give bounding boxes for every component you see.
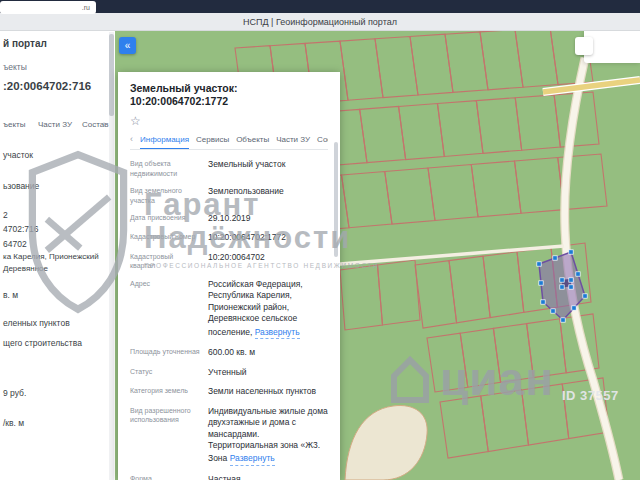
field-label: Статус bbox=[130, 367, 200, 378]
bg-row-4: 4702:716 bbox=[3, 224, 38, 234]
bg-portal-text: й портал bbox=[3, 38, 47, 49]
parcel-title: Земельный участок: 10:20:0064702:1772 bbox=[130, 82, 328, 108]
field-value: Индивидуальные жилые дома двухэтажные и … bbox=[208, 406, 328, 466]
field-label: Площадь уточненная bbox=[130, 347, 200, 358]
field-value: Землепользование bbox=[208, 186, 284, 205]
info-row: Адрес Российская Федерация, Республика К… bbox=[130, 279, 328, 339]
bg-row-12: /кв. м bbox=[3, 418, 24, 428]
field-label: Кадастровый номер bbox=[130, 232, 200, 243]
left-panel-scrollbar-thumb[interactable] bbox=[109, 34, 114, 116]
parcel-info-panel: Земельный участок: 10:20:0064702:1772 ☆ … bbox=[118, 72, 340, 480]
tab-composition[interactable]: Соста bbox=[317, 135, 328, 144]
field-label: Адрес bbox=[130, 279, 200, 339]
tabs-scroll-left-icon[interactable]: ‹ bbox=[130, 134, 133, 144]
tab-objects[interactable]: Объекты bbox=[236, 135, 269, 144]
bg-row-9: еленных пунктов bbox=[3, 318, 70, 328]
collapse-panel-button[interactable]: « bbox=[119, 37, 136, 54]
favorite-star-icon[interactable]: ☆ bbox=[130, 115, 328, 127]
field-value: Частная bbox=[208, 474, 241, 480]
expand-land-use-link[interactable]: Развернуть bbox=[230, 453, 275, 465]
map-control-button[interactable] bbox=[575, 37, 593, 55]
bg-tab-objects[interactable]: ъекты bbox=[3, 120, 25, 129]
bg-row-5: 64702 bbox=[3, 239, 27, 249]
expand-address-link[interactable]: Развернуть bbox=[255, 327, 300, 339]
bg-objects-text: ъекты bbox=[3, 62, 27, 72]
field-label: Кадастровый квартал bbox=[130, 252, 200, 271]
bg-row-1: участок bbox=[3, 150, 33, 160]
field-label: Вид земельного участка bbox=[130, 186, 200, 205]
browser-top-strip bbox=[0, 0, 640, 13]
field-label: Категория земель bbox=[130, 386, 200, 397]
field-value: Земельный участок bbox=[208, 159, 285, 178]
browser-tab-title-bar: НСПД | Геоинформационный портал bbox=[0, 13, 640, 31]
info-row: Категория земель Земли населенных пункто… bbox=[130, 386, 328, 397]
info-row: Площадь уточненная 600.00 кв. м bbox=[130, 347, 328, 358]
info-rows: Вид объекта недвижимости Земельный участ… bbox=[130, 159, 328, 480]
bg-tab-parts[interactable]: Части ЗУ bbox=[38, 120, 72, 129]
panel-tabs: ‹ Информация Сервисы Объекты Части ЗУ Со… bbox=[130, 128, 328, 150]
field-value: Земли населенных пунктов bbox=[208, 386, 316, 397]
info-row: Форма собственности Частная bbox=[130, 474, 328, 480]
field-label: Дата присвоения bbox=[130, 213, 200, 224]
info-row: Дата присвоения 29.10.2019 bbox=[130, 213, 328, 224]
field-label: Форма собственности bbox=[130, 474, 200, 480]
info-row: Статус Учтенный bbox=[130, 367, 328, 378]
tab-parts[interactable]: Части ЗУ bbox=[276, 135, 310, 144]
page-title: НСПД | Геоинформационный портал bbox=[243, 17, 397, 27]
bg-row-6: ка Карелия, Прионежский bbox=[3, 252, 99, 261]
field-label: Вид объекта недвижимости bbox=[130, 159, 200, 178]
bg-parcel-title: :20:0064702:716 bbox=[3, 80, 91, 92]
info-row: Вид земельного участка Землепользование bbox=[130, 186, 328, 205]
bg-row-3: 2 bbox=[3, 210, 8, 220]
field-label: Вид разрешенного использования bbox=[130, 406, 200, 466]
info-row: Кадастровый квартал 10:20:0064702 bbox=[130, 252, 328, 271]
bg-row-7: Деревянное bbox=[3, 264, 48, 273]
bg-row-8: в. м bbox=[3, 290, 18, 300]
field-value: 600.00 кв. м bbox=[208, 347, 255, 358]
bg-row-10: щего строительства bbox=[3, 338, 82, 348]
background-info-panel: й портал ъекты :20:0064702:716 ъекты Час… bbox=[0, 30, 115, 480]
bg-row-11: 9 руб. bbox=[3, 388, 26, 398]
bg-row-2: ьзование bbox=[3, 181, 39, 191]
info-row: Вид разрешенного использования Индивидуа… bbox=[130, 406, 328, 466]
collapse-icon: « bbox=[125, 40, 131, 51]
field-value: 10:20:0064702 bbox=[208, 252, 265, 271]
field-value: 10:20:0064702:1772 bbox=[208, 232, 286, 243]
address-fragment: .ru bbox=[82, 4, 90, 11]
field-value: 29.10.2019 bbox=[208, 213, 251, 224]
field-value: Российская Федерация, Республика Карелия… bbox=[208, 279, 328, 339]
field-value: Учтенный bbox=[208, 367, 247, 378]
info-row: Кадастровый номер 10:20:0064702:1772 bbox=[130, 232, 328, 243]
info-row: Вид объекта недвижимости Земельный участ… bbox=[130, 159, 328, 178]
browser-address-bar[interactable]: .ru bbox=[0, 1, 96, 14]
bg-tabs-chevron[interactable]: › bbox=[103, 119, 106, 129]
tab-information[interactable]: Информация bbox=[140, 135, 189, 150]
tab-services[interactable]: Сервисы bbox=[196, 135, 229, 144]
panel-scrollbar-thumb[interactable] bbox=[334, 142, 338, 257]
